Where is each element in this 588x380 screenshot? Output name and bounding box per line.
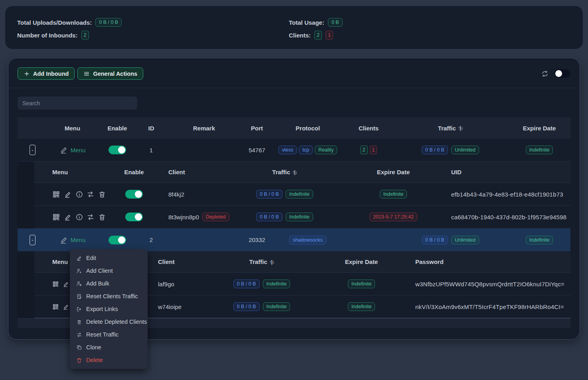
info-icon[interactable] (75, 190, 83, 199)
qr-code-icon[interactable] (52, 190, 60, 199)
trash-icon[interactable] (98, 190, 106, 199)
client-enable-toggle[interactable] (125, 190, 143, 199)
client-traffic-badges: 0 B / 0 B Indefinite (226, 190, 343, 199)
general-actions-label: General Actions (93, 71, 137, 77)
search-input[interactable] (18, 96, 137, 110)
menu-item-delete[interactable]: Delete (70, 354, 148, 366)
sub-header-traffic-label: Traffic (249, 258, 267, 265)
traffic-limit-badge: Indefinite (263, 280, 290, 288)
header-traffic[interactable]: Traffic↑|↓ (393, 125, 508, 132)
reset-traffic-icon[interactable] (87, 190, 95, 199)
qr-code-icon[interactable] (52, 213, 60, 222)
inbound-enable-toggle[interactable] (109, 236, 126, 244)
inbound-row-2: - Menu 2 20332 shadowsocks 0 B / 0 B Unl… (18, 228, 570, 251)
inbound-menu-button[interactable]: Menu (47, 146, 97, 154)
menu-item-label: Reset Clients Traffic (86, 293, 138, 299)
collapse-row-button[interactable]: - (30, 145, 36, 155)
menu-item-reset-clients-traffic[interactable]: Reset Clients Traffic (70, 290, 148, 303)
traffic-limit-badge: Indefinite (263, 302, 290, 311)
trash-depleted-icon (76, 319, 82, 325)
inbound-menu-label: Menu (71, 147, 86, 154)
traffic-limit-badge: Indefinite (286, 213, 313, 221)
add-inbound-button[interactable]: Add Inbound (18, 67, 75, 80)
inbound-menu-label: Menu (71, 236, 86, 243)
client-actions (34, 190, 106, 199)
inbound-id: 1 (137, 147, 165, 154)
edit-pencil-icon[interactable] (64, 213, 72, 222)
menu-item-reset-traffic[interactable]: Reset Traffic (70, 328, 148, 341)
client-expire-badge-wrap: Indefinite (343, 190, 443, 199)
header-menu: Menu (47, 125, 97, 132)
expire-badge: Indefinite (348, 302, 375, 311)
edit-pencil-icon[interactable] (63, 280, 69, 289)
menu-item-add-bulk[interactable]: Add Bulk (70, 277, 148, 290)
general-actions-button[interactable]: General Actions (77, 67, 143, 80)
menu-item-label: Add Bulk (86, 280, 109, 287)
inbound-clients-badges: 2 1 (345, 146, 393, 154)
menu-item-label: Delete (86, 357, 103, 363)
menu-item-label: Clone (86, 344, 101, 350)
header-protocol: Protocol (271, 125, 345, 132)
total-usage-row: Total Usage: 0 B (289, 18, 343, 27)
depleted-badge: Depleted (202, 213, 229, 221)
traffic-limit-badge: Indefinite (286, 190, 313, 199)
menu-item-edit[interactable]: Edit (70, 252, 148, 264)
add-inbound-label: Add Inbound (33, 71, 69, 77)
client-traffic-badges: 0 B / 0 B Indefinite (208, 302, 316, 311)
info-icon[interactable] (75, 213, 83, 222)
header-enable: Enable (97, 125, 137, 132)
clients-active-badge: 2 (314, 31, 322, 39)
auto-refresh-toggle[interactable] (554, 69, 570, 78)
sub-header-traffic[interactable]: Traffic↑|↓ (208, 258, 316, 265)
edit-pencil-icon[interactable] (64, 190, 72, 199)
inbounds-count-badge: 2 (81, 31, 89, 39)
toolbar-divider (8, 88, 580, 88)
inbound-row-1: - Menu 1 54767 vless tcp Reality 2 1 0 B… (18, 139, 570, 161)
traffic-badge: 0 B / 0 B (256, 190, 282, 199)
menu-item-label: Reset Traffic (86, 331, 118, 338)
reset-traffic-icon (76, 332, 82, 338)
clone-icon (76, 345, 82, 350)
header-traffic-label: Traffic (438, 125, 456, 132)
transport-badge: tcp (299, 146, 313, 154)
qr-code-icon[interactable] (52, 280, 59, 289)
protocol-badge: vless (278, 146, 297, 154)
client-password: nkV/I/3XoAm9v6xMT/T5IcrF4TpeTKF98rHARbRo… (407, 303, 570, 310)
clients-count-label: Clients: (289, 32, 311, 39)
menu-item-clone[interactable]: Clone (70, 341, 148, 354)
collapse-row-button[interactable]: - (30, 235, 36, 245)
stats-card: Total Uploads/Downloads: 0 B / 0 B Numbe… (5, 6, 583, 49)
inbound-protocol-badges: vless tcp Reality (271, 146, 345, 154)
client-enable-toggle[interactable] (125, 213, 143, 221)
inbound-menu-button[interactable]: Menu (47, 236, 97, 244)
expire-badge: 2023-5-7 17:25:42 (369, 213, 417, 221)
inbound-port: 54767 (243, 147, 271, 154)
inbound-expire-badge-wrap: Indefinite (508, 146, 570, 154)
traffic-badge: 0 B / 0 B (422, 146, 448, 154)
traffic-badge: 0 B / 0 B (422, 236, 448, 244)
sub-header-expire: Expire Date (343, 169, 443, 175)
inbound1-clients-subtable: Menu Enable Client Traffic↑|↓ Expire Dat… (34, 161, 570, 228)
sub-header-uid: UID (443, 169, 570, 175)
client-name: 8t3wjnn8p0 (168, 214, 199, 221)
inbound-port: 20332 (243, 236, 271, 243)
trash-icon[interactable] (98, 213, 106, 222)
sort-arrows-icon: ↑|↓ (292, 169, 297, 175)
reset-traffic-icon[interactable] (87, 213, 95, 222)
traffic-limit-badge: Unlimited (451, 236, 479, 244)
sub-header-traffic[interactable]: Traffic↑|↓ (226, 169, 343, 175)
clients-depleted-badge: 1 (326, 31, 333, 39)
qr-code-icon[interactable] (52, 302, 59, 311)
inbounds-count-label: Number of Inbounds: (17, 32, 78, 39)
plus-icon (24, 71, 30, 77)
clients-depleted-count: 1 (370, 146, 377, 154)
menu-item-delete-depleted-clients[interactable]: Delete Depleted Clients (70, 315, 148, 328)
sub-header-expire: Expire Date (316, 258, 407, 265)
edit-pencil-icon[interactable] (63, 302, 69, 311)
menu-item-add-client[interactable]: Add Client (70, 264, 148, 277)
refresh-icon[interactable] (541, 70, 549, 78)
menu-item-export-links[interactable]: Export Links (70, 303, 148, 315)
inbound-enable-toggle[interactable] (109, 146, 126, 154)
sub-header-menu: Menu (34, 169, 106, 175)
header-expire-date: Expire Date (508, 125, 570, 132)
